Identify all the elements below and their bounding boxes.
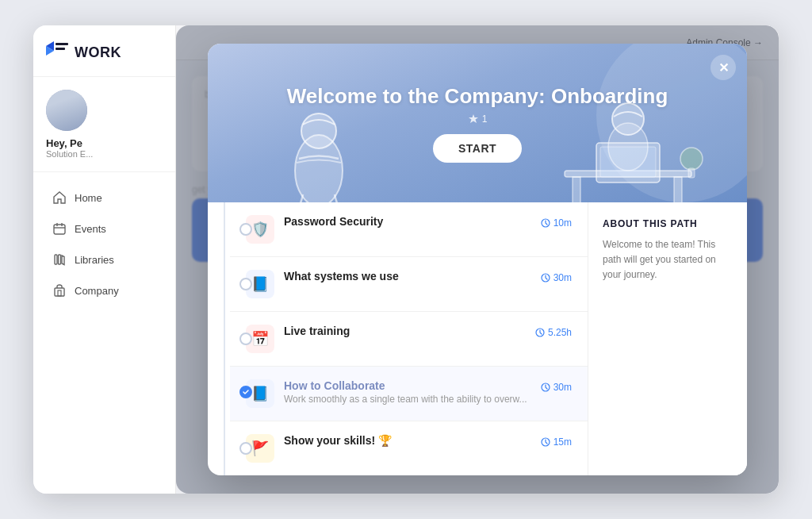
timeline-dot-1 [239, 223, 252, 236]
svg-rect-9 [59, 255, 61, 264]
nav-item-home[interactable]: Home [40, 183, 169, 213]
nav-company-label: Company [75, 285, 119, 297]
nav-item-libraries[interactable]: Libraries [40, 244, 169, 275]
course-name-4: How to Collaborate [284, 379, 385, 392]
logo-icon [46, 41, 68, 63]
course-item-password-security[interactable]: 🛡️ Password Security 10m [230, 202, 588, 257]
svg-rect-15 [573, 177, 580, 202]
course-meta-4: 30m [541, 382, 572, 393]
modal-body: 🛡️ Password Security 10m [208, 202, 747, 475]
start-button[interactable]: START [433, 134, 522, 163]
course-item-systems[interactable]: 📘 What systems we use 30m [230, 257, 588, 312]
logo-area: WORK [33, 25, 175, 77]
svg-rect-22 [688, 168, 695, 178]
app-background: WORK Hey, Pe Solution E... Home [33, 25, 779, 494]
course-item-live-training[interactable]: 📅 Live training 5.25h [230, 312, 588, 367]
timeline-dot-5 [239, 442, 252, 455]
nav-events-label: Events [75, 223, 106, 235]
about-panel: ABOUT THIS PATH Welcome to the team! Thi… [588, 202, 747, 475]
timeline-dot-completed [239, 386, 252, 398]
svg-rect-2 [56, 43, 68, 45]
events-icon [52, 221, 67, 236]
svg-rect-10 [55, 288, 64, 296]
about-panel-title: ABOUT THIS PATH [603, 218, 733, 229]
course-info-2: What systems we use 30m [284, 270, 572, 284]
course-info-5: Show your skills! 🏆 15m [284, 434, 572, 448]
modal-title: Welcome to the Company: Onboarding [271, 84, 684, 109]
course-name-1: Password Security [284, 215, 383, 228]
user-name: Hey, Pe [46, 137, 163, 149]
libraries-icon [52, 252, 67, 267]
svg-rect-4 [54, 225, 65, 234]
timeline-dot-3 [239, 333, 252, 345]
nav-home-label: Home [75, 192, 102, 204]
user-section: Hey, Pe Solution E... [33, 77, 175, 172]
course-meta-2: 30m [541, 272, 572, 283]
modal-overlay: ✕ [176, 25, 779, 494]
course-info-1: Password Security 10m [284, 215, 572, 229]
nav-item-events[interactable]: Events [40, 213, 169, 244]
modal-dialog: ✕ [208, 44, 747, 475]
svg-rect-16 [674, 177, 682, 202]
user-avatar [46, 90, 87, 131]
course-list: 🛡️ Password Security 10m [208, 202, 588, 475]
timeline-track [224, 202, 225, 475]
timeline-dot-2 [239, 278, 252, 290]
modal-hero: ✕ [208, 44, 747, 202]
course-meta-3: 5.25h [535, 327, 572, 338]
svg-rect-8 [55, 255, 57, 264]
nav-item-company[interactable]: Company [40, 275, 169, 306]
course-name-3: Live training [284, 325, 350, 337]
course-item-collaborate[interactable]: 📘 How to Collaborate 30m [230, 367, 588, 421]
navigation: Home Events [33, 172, 175, 494]
course-info-4: How to Collaborate 30m Work smoothly as … [284, 379, 572, 405]
course-item-skills[interactable]: 🚩 Show your skills! 🏆 15m [230, 421, 588, 475]
course-meta-5: 15m [541, 436, 572, 448]
nav-libraries-label: Libraries [75, 254, 114, 266]
logo-text: WORK [75, 44, 121, 61]
course-info-3: Live training 5.25h [284, 325, 572, 339]
course-name-2: What systems we use [284, 270, 399, 283]
course-desc-4: Work smoothly as a single team with the … [284, 394, 572, 405]
company-icon [52, 283, 67, 298]
main-content: Admin Console → boarding get you ✕ [176, 25, 779, 494]
user-role: Solution E... [46, 149, 163, 159]
about-panel-text: Welcome to the team! This path will get … [603, 237, 733, 283]
svg-rect-3 [56, 48, 65, 50]
course-meta-1: 10m [541, 217, 572, 229]
sidebar: WORK Hey, Pe Solution E... Home [33, 25, 176, 494]
modal-tag: 1 [468, 113, 488, 125]
svg-point-13 [301, 113, 336, 148]
svg-point-20 [608, 123, 648, 171]
modal-close-button[interactable]: ✕ [710, 55, 736, 80]
svg-point-21 [680, 148, 703, 170]
home-icon [52, 190, 67, 205]
course-name-5: Show your skills! 🏆 [284, 434, 392, 447]
svg-rect-11 [58, 290, 61, 296]
